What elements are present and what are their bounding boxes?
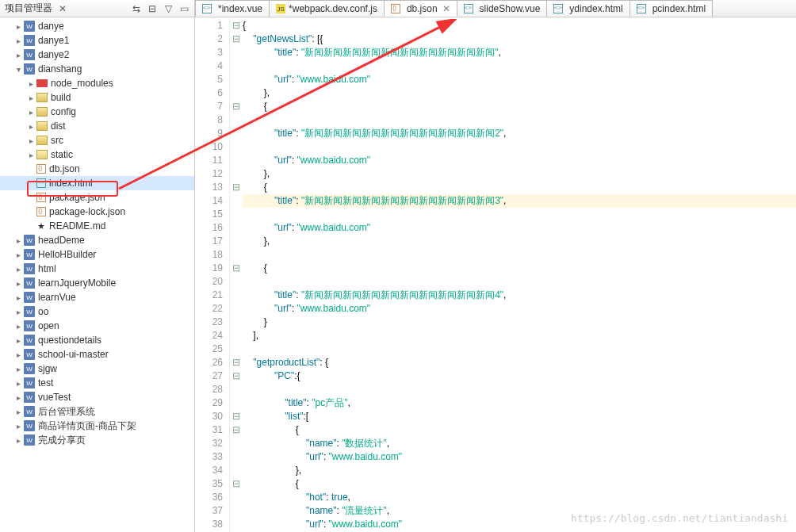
twisty-icon[interactable] [25,206,36,217]
twisty-icon[interactable]: ▸ [25,106,36,117]
editor-tab[interactable]: ydindex.html [546,0,630,17]
project-icon: W [24,349,35,360]
tree-item[interactable]: ▸static [0,147,194,162]
link-icon[interactable]: ⇆ [131,3,142,14]
tree-item[interactable]: ▸Wopen [0,319,194,333]
tree-item[interactable]: ▸node_modules [0,76,194,90]
code-content[interactable]: { "getNewsList": [{ "title": "新闻新闻新闻新闻新闻… [243,17,796,532]
js-icon: JS [276,4,285,13]
tree-item[interactable]: ▸config [0,105,194,119]
tree-item[interactable]: ▸W完成分享页 [0,433,194,447]
twisty-icon[interactable]: ▸ [13,434,24,446]
twisty-icon[interactable]: ▸ [25,121,36,132]
project-icon: W [24,335,35,346]
tree-item[interactable]: ▸Wsjgw [0,362,194,376]
twisty-icon[interactable]: ▸ [13,21,24,32]
editor-tab[interactable]: pcindex.html [630,0,713,17]
tree-item[interactable]: ▸WHelloHBuilder [0,247,194,262]
project-icon: W [24,263,35,274]
menu-icon[interactable]: ▽ [163,3,174,14]
fold-gutter[interactable]: ⊟⊟⊟⊟⊟⊟⊟⊟⊟⊟ [230,17,243,532]
tree-item[interactable]: ★README.md [0,219,194,233]
twisty-icon[interactable]: ▸ [13,320,24,331]
tree-item-label: build [51,92,71,103]
twisty-icon[interactable]: ▸ [13,49,24,60]
tree-item-label: HelloHBuilder [38,249,96,260]
twisty-icon[interactable] [25,220,36,232]
twisty-icon[interactable]: ▸ [13,363,24,374]
close-icon[interactable]: ✕ [59,3,67,14]
minimize-icon[interactable]: ▭ [178,3,189,14]
twisty-icon[interactable] [25,163,36,174]
tree-item-label: db.json [49,163,80,174]
tree-item-label: html [38,263,56,274]
tree-item[interactable]: ▸Whtml [0,262,194,276]
project-icon: W [24,35,35,46]
twisty-icon[interactable]: ▸ [13,392,24,403]
twisty-icon[interactable]: ▸ [13,249,24,260]
tree-item[interactable]: ▸dist [0,119,194,133]
tree-item[interactable]: index.html [0,176,194,190]
twisty-icon[interactable]: ▸ [13,349,24,360]
twisty-icon[interactable]: ▸ [25,78,36,89]
tree-item-label: dianshang [38,63,82,75]
tree-item[interactable]: ▸Wdanye1 [0,33,194,48]
tab-label: slideShow.vue [480,3,541,14]
tree-item[interactable]: ▸WlearnJqueryMobile [0,276,194,290]
tab-label: *index.vue [218,3,262,14]
twisty-icon[interactable] [25,192,36,203]
tree-item[interactable]: ▸src [0,133,194,147]
json-icon [391,4,400,13]
tree-item[interactable]: ▸Wtest [0,376,194,390]
close-icon[interactable]: ✕ [442,3,450,14]
tree-item-label: dist [51,121,66,132]
tree-item[interactable]: package.json [0,190,194,205]
editor-tab[interactable]: slideShow.vue [457,0,548,17]
tree-item[interactable]: ▸Wdanye2 [0,48,194,62]
twisty-icon[interactable]: ▸ [13,306,24,317]
tree-item[interactable]: package-lock.json [0,205,194,219]
project-tree[interactable]: ▸Wdanye▸Wdanye1▸Wdanye2▾Wdianshang▸node_… [0,17,194,532]
tree-item[interactable]: ▾Wdianshang [0,62,194,76]
twisty-icon[interactable]: ▸ [13,292,24,303]
collapse-icon[interactable]: ⊟ [147,3,158,14]
tree-item[interactable]: ▸WvueTest [0,390,194,404]
editor-tab[interactable]: JS*webpack.dev.conf.js [269,0,385,17]
folder-icon [36,136,48,145]
tree-item[interactable]: ▸W后台管理系统 [0,404,194,419]
twisty-icon[interactable]: ▸ [25,135,36,146]
twisty-icon[interactable]: ▸ [13,420,24,431]
tree-item[interactable]: ▸Woo [0,304,194,319]
editor-tab[interactable]: db.json✕ [384,0,457,17]
twisty-icon[interactable] [25,178,36,189]
twisty-icon[interactable]: ▸ [25,149,36,160]
code-editor[interactable]: 1234567891011121314151617181920212223242… [195,17,796,532]
tree-item[interactable]: ▸Wdanye [0,19,194,33]
twisty-icon[interactable]: ▸ [13,235,24,246]
twisty-icon[interactable]: ▸ [25,92,36,103]
twisty-icon[interactable]: ▾ [13,63,24,75]
twisty-icon[interactable]: ▸ [13,335,24,346]
editor-tab[interactable]: *index.vue [195,0,270,17]
folder-icon [36,107,48,117]
tree-item[interactable]: ▸build [0,90,194,105]
sidebar-title: 项目管理器 [5,2,52,15]
tree-item-label: danye2 [38,49,69,60]
twisty-icon[interactable]: ▸ [13,263,24,274]
tree-item[interactable]: ▸Wquestiondetails [0,333,194,347]
twisty-icon[interactable]: ▸ [13,377,24,388]
html-icon [553,4,563,13]
tree-item[interactable]: ▸WheadDeme [0,233,194,247]
twisty-icon[interactable]: ▸ [13,406,24,417]
tree-item-label: index.html [49,178,93,189]
tree-item[interactable]: ▸WlearnVue [0,290,194,304]
tree-item[interactable]: ▸Wschool-ui-master [0,347,194,362]
npm-icon [36,79,48,87]
project-explorer-panel: 项目管理器 ✕ ⇆ ⊟ ▽ ▭ ▸Wdanye▸Wdanye1▸Wdanye2▾… [0,0,195,532]
twisty-icon[interactable]: ▸ [13,277,24,289]
tree-item[interactable]: db.json [0,162,194,176]
line-gutter: 1234567891011121314151617181920212223242… [195,17,230,532]
twisty-icon[interactable]: ▸ [13,35,24,46]
tree-item[interactable]: ▸W商品详情页面-商品下架 [0,419,194,433]
tree-item-label: static [51,149,73,160]
